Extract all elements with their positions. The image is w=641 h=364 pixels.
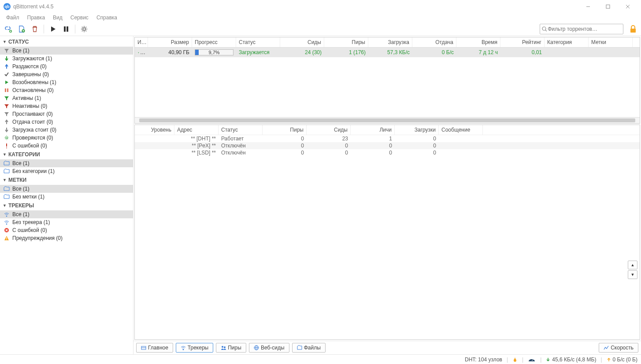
sidebar-item-status-11[interactable]: Проверяются (0): [0, 134, 133, 142]
sidebar-section-tags[interactable]: ▼МЕТКИ: [0, 175, 133, 185]
lock-icon[interactable]: [628, 24, 638, 34]
menu-file[interactable]: Файл: [3, 14, 23, 22]
sidebar-item-status-12[interactable]: С ошибкой (0): [0, 142, 133, 150]
column-header[interactable]: Рейтинг: [500, 37, 545, 47]
sidebar-item-status-0[interactable]: Все (1): [0, 47, 133, 55]
bang-icon: [4, 143, 10, 148]
column-header[interactable]: И…: [135, 37, 148, 47]
column-header[interactable]: Пиры: [324, 37, 368, 47]
svg-point-13: [542, 27, 546, 30]
close-button[interactable]: [618, 0, 637, 13]
torrent-list-pane: И…РазмерПрогрессСтатусСидыПирыЗагрузкаОт…: [134, 37, 640, 124]
svg-point-32: [224, 346, 226, 348]
horizontal-scrollbar[interactable]: [135, 117, 640, 123]
sidebar-item-status-8[interactable]: Простаивают (0): [0, 110, 133, 118]
move-up-button[interactable]: ▲: [628, 261, 637, 269]
menu-bar: Файл Правка Вид Сервис Справка: [0, 13, 641, 22]
column-header[interactable]: Сиды: [280, 37, 324, 47]
tracker-row[interactable]: ** [DHT] ** Работает 0 23 1 0: [135, 135, 640, 142]
tracker-column-header[interactable]: Личи: [351, 125, 395, 135]
add-file-button[interactable]: [16, 23, 27, 35]
column-header[interactable]: Загрузка: [368, 37, 412, 47]
tab-webseeds[interactable]: Веб-сиды: [249, 343, 289, 353]
sidebar-item-status-7[interactable]: Неактивны (0): [0, 102, 133, 110]
tracker-column-header[interactable]: Адрес: [174, 125, 219, 135]
down-icon: [4, 127, 10, 132]
sidebar-item-categories-1[interactable]: Без категории (1): [0, 167, 133, 175]
column-header[interactable]: Метки: [589, 37, 633, 47]
column-header[interactable]: Прогресс: [192, 37, 236, 47]
tab-files[interactable]: Файлы: [292, 343, 326, 353]
window-title: qBittorrent v4.4.5: [13, 4, 53, 10]
status-alt-speed-icon[interactable]: [528, 357, 536, 362]
column-header[interactable]: Категория: [545, 37, 589, 47]
tracker-row[interactable]: ** [PeX] ** Отключён 0 0 0 0: [135, 142, 640, 149]
menu-help[interactable]: Справка: [93, 14, 121, 22]
sidebar-section-categories[interactable]: ▼КАТЕГОРИИ: [0, 150, 133, 159]
tracker-column-header[interactable]: Пиры: [263, 125, 307, 135]
column-header[interactable]: Статус: [236, 37, 280, 47]
filter-input[interactable]: [547, 25, 621, 33]
tracker-row[interactable]: ** [LSD] ** Отключён 0 0 0 0: [135, 149, 640, 156]
settings-button[interactable]: [78, 23, 90, 35]
torrent-columns[interactable]: И…РазмерПрогрессСтатусСидыПирыЗагрузкаОт…: [135, 37, 640, 48]
sidebar-item-trackers-1[interactable]: Без трекера (1): [0, 218, 133, 226]
up-icon: [4, 119, 10, 125]
tracker-column-header[interactable]: Сообщение: [439, 125, 483, 135]
status-firewall-icon[interactable]: [512, 357, 518, 363]
menu-edit[interactable]: Правка: [24, 14, 49, 22]
folder-icon: [4, 194, 10, 199]
status-upload[interactable]: 0 Б/с (0 Б): [607, 357, 637, 363]
tab-general[interactable]: Главное: [136, 343, 173, 353]
column-header[interactable]: Отдача: [412, 37, 456, 47]
sidebar-item-label: Все (1): [12, 48, 30, 54]
sidebar-section-trackers[interactable]: ▼ТРЕКЕРЫ: [0, 201, 133, 210]
menu-view[interactable]: Вид: [49, 14, 66, 22]
sidebar-item-tags-0[interactable]: Все (1): [0, 185, 133, 193]
resume-button[interactable]: [47, 23, 59, 35]
minimize-button[interactable]: [578, 0, 598, 13]
sidebar-item-status-1[interactable]: Загружаются (1): [0, 55, 133, 63]
tracker-columns[interactable]: УровеньАдресСтатусПирыСидыЛичиЗагрузкиСо…: [135, 125, 640, 135]
sidebar-item-status-2[interactable]: Раздаются (0): [0, 63, 133, 70]
column-header[interactable]: Размер: [148, 37, 192, 47]
status-dht[interactable]: DHT: 104 узлов: [465, 357, 502, 363]
sidebar-item-categories-0[interactable]: Все (1): [0, 159, 133, 167]
sidebar-item-status-4[interactable]: Возобновлены (1): [0, 78, 133, 86]
svg-point-30: [182, 349, 184, 350]
pause-button[interactable]: [60, 23, 72, 35]
sidebar-item-status-6[interactable]: Активны (1): [0, 94, 133, 102]
torrent-row[interactable]: … 40,90 ГБ 9,7% Загружается 24 (30) 1 (1…: [135, 48, 640, 57]
maximize-button[interactable]: [598, 0, 618, 13]
toolbar: [0, 22, 641, 36]
menu-tools[interactable]: Сервис: [67, 14, 92, 22]
gear-icon: [4, 135, 10, 140]
tracker-column-header[interactable]: Статус: [219, 125, 263, 135]
folder-icon: [4, 186, 10, 191]
tracker-column-header[interactable]: Загрузки: [395, 125, 439, 135]
move-down-button[interactable]: ▼: [628, 270, 637, 279]
svg-point-21: [6, 216, 7, 217]
sidebar-item-trackers-3[interactable]: Предупреждения (0): [0, 234, 133, 242]
column-header[interactable]: Время: [456, 37, 500, 47]
sidebar-item-tags-1[interactable]: Без метки (1): [0, 193, 133, 201]
tab-trackers[interactable]: Трекеры: [176, 343, 213, 353]
sidebar-item-status-10[interactable]: Загрузка стоит (0): [0, 126, 133, 134]
sidebar-item-trackers-0[interactable]: Все (1): [0, 210, 133, 218]
sidebar-item-status-3[interactable]: Завершены (0): [0, 70, 133, 78]
status-bar: DHT: 104 узлов | | | 45,6 КБ/с (4,8 МБ) …: [0, 354, 641, 364]
sidebar-section-status[interactable]: ▼СТАТУС: [0, 37, 133, 47]
sidebar-item-trackers-2[interactable]: С ошибкой (0): [0, 226, 133, 234]
sidebar-item-status-5[interactable]: Остановлены (0): [0, 86, 133, 94]
tab-peers[interactable]: Пиры: [216, 343, 246, 353]
add-link-button[interactable]: [3, 23, 14, 35]
tracker-column-header[interactable]: Уровень: [135, 125, 174, 135]
sidebar-item-status-9[interactable]: Отдача стоит (0): [0, 118, 133, 126]
tracker-column-header[interactable]: Сиды: [307, 125, 351, 135]
search-wrap[interactable]: [540, 24, 623, 34]
tab-speed[interactable]: Скорость: [599, 343, 638, 353]
status-download[interactable]: 45,6 КБ/с (4,8 МБ): [546, 357, 596, 363]
svg-rect-1: [606, 5, 610, 8]
sidebar-item-label: Предупреждения (0): [12, 235, 63, 241]
delete-button[interactable]: [29, 23, 41, 35]
